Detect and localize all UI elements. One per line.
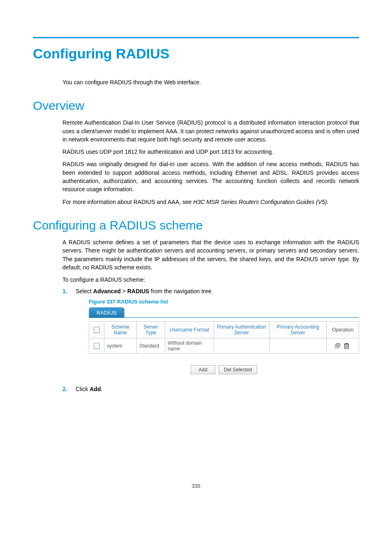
tab-radius[interactable]: RADIUS <box>89 307 125 318</box>
scheme-p2: To configure a RADIUS scheme: <box>62 276 359 284</box>
intro-paragraph: You can configure RADIUS through the Web… <box>62 78 359 86</box>
cell-scheme-name: system <box>104 338 137 354</box>
step1-pre: Select <box>76 288 93 294</box>
svg-rect-3 <box>344 344 349 345</box>
button-row: Add Del Selected <box>89 365 359 374</box>
figure-337: RADIUS Scheme Name Server Type <box>89 307 359 374</box>
step-1: 1. Select Advanced > RADIUS from the nav… <box>62 288 359 382</box>
cell-operation <box>327 338 359 354</box>
header-server-type[interactable]: Server Type <box>137 322 165 338</box>
header-primary-acct[interactable]: Primary Accounting Server <box>270 322 327 338</box>
step-2-number: 2. <box>62 386 76 392</box>
table-row: system Standard Without domain name <box>89 338 359 354</box>
step2-pre: Click <box>76 386 90 392</box>
delete-icon[interactable] <box>344 343 349 349</box>
overview-p4-pre: For more information about RADIUS and AA… <box>62 199 193 205</box>
overview-p1: Remote Authentication Dial-In User Servi… <box>62 118 359 144</box>
overview-p2: RADIUS uses UDP port 1812 for authentica… <box>62 148 359 156</box>
step-1-number: 1. <box>62 288 76 382</box>
header-primary-auth[interactable]: Primary Authentication Server <box>214 322 270 338</box>
header-username-format[interactable]: Username Format <box>165 322 214 338</box>
step1-post: from the navigation tree. <box>149 288 213 294</box>
figure-caption: Figure 337 RADIUS scheme list <box>89 299 359 305</box>
select-all-checkbox[interactable] <box>94 327 100 333</box>
scheme-heading: Configuring a RADIUS scheme <box>33 218 359 232</box>
chapter-title: Configuring RADIUS <box>33 46 359 62</box>
svg-rect-1 <box>337 343 340 347</box>
edit-icon[interactable] <box>334 343 341 349</box>
step2-add: Add <box>90 386 101 392</box>
step1-radius: RADIUS <box>127 288 150 294</box>
top-rule <box>33 37 359 38</box>
del-selected-button[interactable]: Del Selected <box>219 365 257 374</box>
cell-username-format: Without domain name <box>165 338 214 354</box>
header-checkbox-cell <box>89 322 104 338</box>
row-checkbox[interactable] <box>94 343 100 349</box>
overview-heading: Overview <box>33 99 359 113</box>
step-2-text: Click Add. <box>76 386 359 392</box>
step-2: 2. Click Add. <box>62 386 359 392</box>
step1-advanced: Advanced <box>93 288 121 294</box>
header-operation: Operation <box>327 322 359 338</box>
svg-rect-4 <box>346 343 347 344</box>
scheme-p1: A RADIUS scheme defines a set of paramet… <box>62 238 359 271</box>
page-number: 335 <box>33 483 359 489</box>
step-1-text: Select Advanced > RADIUS from the naviga… <box>76 288 359 294</box>
add-button[interactable]: Add <box>191 365 215 374</box>
step1-gt: > <box>121 288 127 294</box>
overview-p4-ref: H3C MSR Series Routers Configuration Gui… <box>193 199 328 205</box>
tab-underline <box>125 307 359 318</box>
cell-primary-auth <box>214 338 270 354</box>
overview-p4: For more information about RADIUS and AA… <box>62 198 359 206</box>
header-scheme-name[interactable]: Scheme Name <box>104 322 137 338</box>
tab-strip: RADIUS <box>89 307 359 318</box>
row-checkbox-cell <box>89 338 104 354</box>
scheme-list-table: Scheme Name Server Type Username Format … <box>89 321 359 354</box>
cell-primary-acct <box>270 338 327 354</box>
cell-server-type: Standard <box>137 338 165 354</box>
step2-post: . <box>101 386 102 392</box>
overview-p3: RADIUS was originally designed for dial-… <box>62 160 359 193</box>
header-row: Scheme Name Server Type Username Format … <box>89 322 359 338</box>
